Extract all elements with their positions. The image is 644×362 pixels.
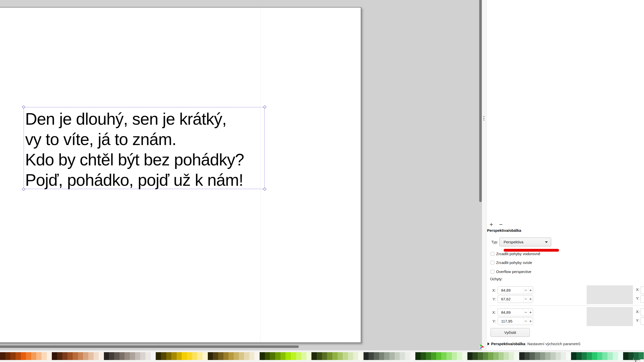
palette-swatch[interactable] <box>135 352 140 360</box>
palette-swatch[interactable] <box>234 352 239 360</box>
palette-swatch[interactable] <box>254 352 260 360</box>
palette-swatch[interactable] <box>182 352 187 360</box>
palette-swatch[interactable] <box>99 352 104 360</box>
palette-swatch[interactable] <box>561 352 566 360</box>
palette-swatch[interactable] <box>0 352 5 360</box>
handle1-y-input[interactable]: 67,62 − + <box>498 295 533 303</box>
statusbar-x-field[interactable] <box>640 359 644 362</box>
vertical-scrollbar[interactable] <box>479 0 482 202</box>
palette-swatch[interactable] <box>436 352 441 360</box>
increment-button[interactable]: + <box>528 287 533 294</box>
palette-swatch[interactable] <box>130 352 135 360</box>
palette-swatch[interactable] <box>187 352 192 360</box>
palette-swatch[interactable] <box>400 352 405 360</box>
palette-swatch[interactable] <box>514 352 519 360</box>
palette-swatch[interactable] <box>519 352 525 360</box>
palette-swatch[interactable] <box>57 352 62 360</box>
palette-swatch[interactable] <box>260 352 265 360</box>
palette-swatch[interactable] <box>467 352 473 360</box>
palette-swatch[interactable] <box>628 352 634 360</box>
palette-swatch[interactable] <box>31 352 36 360</box>
palette-swatch[interactable] <box>602 352 608 360</box>
palette-swatch[interactable] <box>109 352 114 360</box>
palette-swatch[interactable] <box>597 352 602 360</box>
palette-swatch[interactable] <box>265 352 270 360</box>
remove-effect-button[interactable]: − <box>498 221 504 228</box>
palette-swatch[interactable] <box>275 352 280 360</box>
increment-button[interactable]: + <box>528 295 533 303</box>
palette-swatch[interactable] <box>488 352 493 360</box>
increment-button[interactable]: + <box>528 309 533 316</box>
palette-swatch[interactable] <box>177 352 182 360</box>
palette-swatch[interactable] <box>550 352 556 360</box>
palette-swatch[interactable] <box>5 352 11 360</box>
palette-swatch[interactable] <box>88 352 94 360</box>
palette-swatch[interactable] <box>249 352 255 360</box>
palette-swatch[interactable] <box>499 352 504 360</box>
decrement-button[interactable]: − <box>523 287 528 294</box>
palette-swatch[interactable] <box>161 352 166 360</box>
palette-swatch[interactable] <box>384 352 389 360</box>
palette-swatch[interactable] <box>472 352 478 360</box>
palette-swatch[interactable] <box>431 352 436 360</box>
palette-swatch[interactable] <box>36 352 42 360</box>
palette-swatch[interactable] <box>306 352 312 360</box>
palette-swatch[interactable] <box>218 352 223 360</box>
palette-swatch[interactable] <box>369 352 374 360</box>
clipped-x-input[interactable] <box>640 308 644 316</box>
spin-value[interactable]: 117,95 <box>498 319 523 323</box>
handle1-x-input[interactable]: 84,89 − + <box>498 286 533 294</box>
palette-swatch[interactable] <box>379 352 384 360</box>
palette-swatch[interactable] <box>78 352 83 360</box>
palette-swatch[interactable] <box>421 352 426 360</box>
palette-swatch[interactable] <box>208 352 213 360</box>
palette-swatch[interactable] <box>478 352 483 360</box>
palette-swatch[interactable] <box>52 352 57 360</box>
palette-swatch[interactable] <box>125 352 130 360</box>
spin-value[interactable]: 84,89 <box>498 310 523 314</box>
palette-swatch[interactable] <box>203 352 208 360</box>
palette-swatch[interactable] <box>525 352 530 360</box>
palette-swatch[interactable] <box>62 352 68 360</box>
palette-swatch[interactable] <box>332 352 338 360</box>
palette-swatch[interactable] <box>415 352 421 360</box>
palette-swatch[interactable] <box>457 352 462 360</box>
palette-swatch[interactable] <box>639 352 644 360</box>
palette-swatch[interactable] <box>47 352 52 360</box>
palette-swatch[interactable] <box>447 352 452 360</box>
palette-swatch[interactable] <box>509 352 514 360</box>
panel-splitter[interactable] <box>482 0 487 350</box>
palette-swatch[interactable] <box>452 352 457 360</box>
palette-swatch[interactable] <box>270 352 275 360</box>
clear-button[interactable]: Vyčistit <box>491 328 530 337</box>
palette-swatch[interactable] <box>166 352 172 360</box>
palette-swatch[interactable] <box>317 352 322 360</box>
palette-swatch[interactable] <box>140 352 145 360</box>
palette-swatch[interactable] <box>405 352 410 360</box>
horizontal-scrollbar[interactable] <box>0 345 299 348</box>
palette-swatch[interactable] <box>197 352 203 360</box>
palette-swatch[interactable] <box>291 352 296 360</box>
palette-swatch[interactable] <box>364 352 369 360</box>
palette-swatch[interactable] <box>104 352 109 360</box>
checkbox-row-overflow-perspective[interactable]: Overflow perspective <box>491 269 531 274</box>
palette-swatch[interactable] <box>83 352 88 360</box>
palette-swatch[interactable] <box>358 352 364 360</box>
palette-swatch[interactable] <box>171 352 177 360</box>
checkbox-unchecked[interactable] <box>491 270 494 274</box>
palette-swatch[interactable] <box>374 352 379 360</box>
spin-value[interactable]: 67,62 <box>498 297 523 301</box>
palette-swatch[interactable] <box>493 352 499 360</box>
palette-swatch[interactable] <box>343 352 348 360</box>
canvas-area[interactable]: Den je dlouhý, sen je krátký, vy to víte… <box>0 0 482 350</box>
palette-swatch[interactable] <box>348 352 353 360</box>
palette-swatch[interactable] <box>576 352 582 360</box>
checkbox-row-mirror-horizontal[interactable]: Zrcadlit pohyby vodorovně <box>491 251 540 256</box>
spin-value[interactable]: 84,89 <box>498 288 523 292</box>
palette-swatch[interactable] <box>67 352 73 360</box>
palette-swatch[interactable] <box>535 352 540 360</box>
palette-swatch[interactable] <box>301 352 306 360</box>
decrement-button[interactable]: − <box>523 309 528 316</box>
palette-swatch[interactable] <box>623 352 628 360</box>
palette-swatch[interactable] <box>151 352 156 360</box>
